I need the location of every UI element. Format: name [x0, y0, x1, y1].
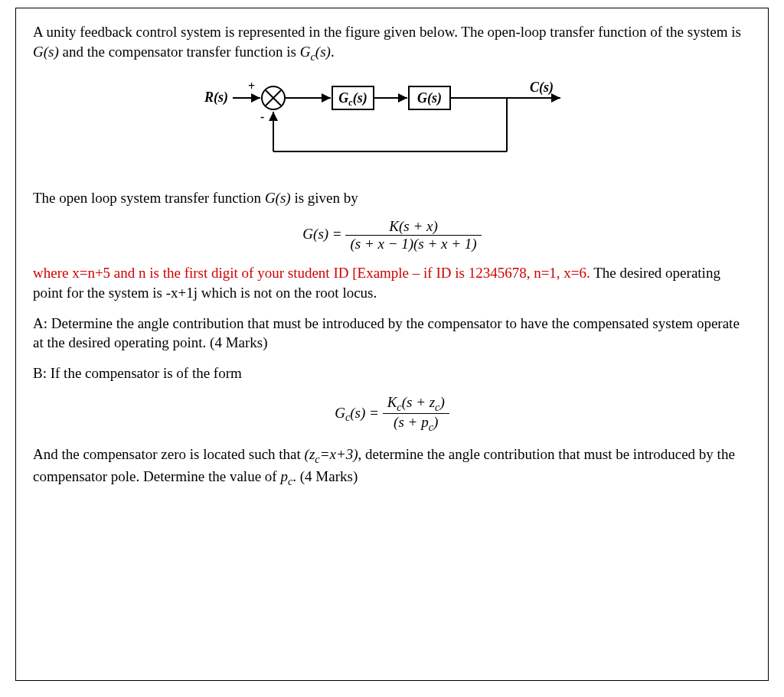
diagram-C-label: C(s): [530, 80, 554, 96]
diagram-R-label: R(s): [204, 90, 228, 106]
eq1-num: K(s + x): [345, 218, 481, 236]
question-page: A unity feedback control system is repre…: [15, 8, 769, 681]
para2-a: The open loop system transfer function: [33, 190, 265, 206]
intro-gc-tail: (s): [315, 44, 331, 60]
eq2-den: (s + pc): [383, 414, 449, 434]
block-diagram: R(s) + - Gc(s) G(s) C(s): [201, 75, 583, 174]
para2: The open loop system transfer function G…: [33, 188, 751, 208]
para3-red: where x=n+5 and n is the first digit of …: [33, 265, 593, 281]
diagram-g-box: G(s): [417, 90, 442, 106]
para6: And the compensator zero is located such…: [33, 445, 751, 489]
eq2-lhs-a: G: [335, 404, 345, 420]
para6-b: (z: [305, 446, 315, 462]
equation-Gs: G(s) = K(s + x) (s + x − 1)(s + x + 1): [33, 218, 751, 252]
para6-c: =x+3): [320, 446, 358, 462]
para6-e: p: [280, 468, 288, 484]
eq1-den: (s + x − 1)(s + x + 1): [345, 236, 481, 252]
intro-text-f: .: [331, 44, 335, 60]
para6-f: . (4 Marks): [292, 468, 358, 484]
intro-text-a: A unity feedback control system is repre…: [33, 24, 741, 40]
para3: where x=n+5 and n is the first digit of …: [33, 263, 751, 302]
diagram-gc-box: Gc(s): [338, 90, 367, 108]
para6-a: And the compensator zero is located such…: [33, 446, 305, 462]
eq1-lhs: G(s) =: [302, 226, 345, 242]
equation-Gcs: Gc(s) = Kc(s + zc) (s + pc): [33, 394, 751, 435]
para2-b: G(s): [265, 190, 291, 206]
intro-gs: G(s): [33, 44, 59, 60]
intro-paragraph: A unity feedback control system is repre…: [33, 22, 751, 64]
intro-gc-g: G: [300, 44, 311, 60]
eq2-num: Kc(s + zc): [383, 394, 449, 415]
eq2-lhs-b: (s) =: [350, 404, 382, 420]
diagram-minus: -: [260, 110, 264, 123]
diagram-plus: +: [248, 80, 255, 93]
para2-c: is given by: [291, 190, 358, 206]
part-A: A: Determine the angle contribution that…: [33, 314, 751, 353]
intro-text-c: and the compensator transfer function is: [59, 44, 300, 60]
part-B-intro: B: If the compensator is of the form: [33, 363, 751, 383]
